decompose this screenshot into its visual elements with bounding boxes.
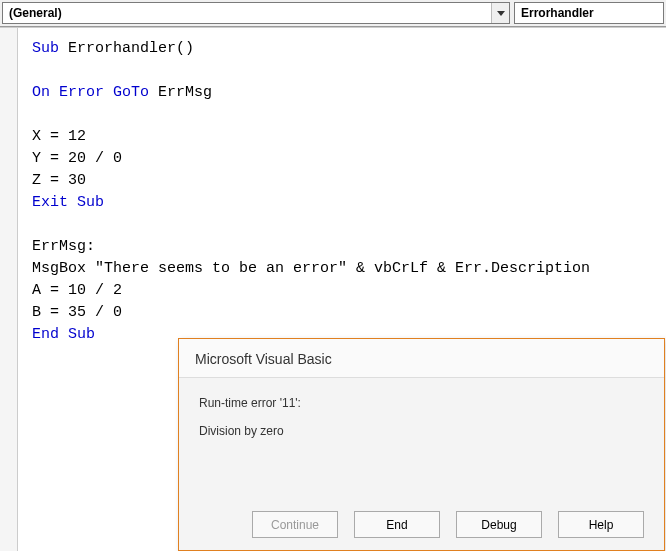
code-text: A = 10 / 2 — [32, 282, 122, 299]
code-text: MsgBox "There seems to be an error" & vb… — [32, 260, 590, 277]
keyword: Sub — [32, 40, 59, 57]
error-description: Division by zero — [199, 420, 644, 442]
error-dialog: Microsoft Visual Basic Run-time error '1… — [178, 338, 665, 551]
procedure-dropdown-text: Errorhandler — [521, 6, 663, 20]
code-text: Errorhandler() — [59, 40, 194, 57]
object-dropdown-text: (General) — [9, 6, 491, 20]
code-text: X = 12 — [32, 128, 86, 145]
help-button[interactable]: Help — [558, 511, 644, 538]
code-text: ErrMsg: — [32, 238, 95, 255]
end-button[interactable]: End — [354, 511, 440, 538]
dropdown-arrow-icon — [491, 3, 509, 23]
object-dropdown[interactable]: (General) — [2, 2, 510, 24]
debug-button[interactable]: Debug — [456, 511, 542, 538]
code-text: Z = 30 — [32, 172, 86, 189]
code-text: B = 35 / 0 — [32, 304, 122, 321]
error-code-line: Run-time error '11': — [199, 392, 644, 414]
code-text: ErrMsg — [149, 84, 212, 101]
keyword: End Sub — [32, 326, 95, 343]
dialog-button-row: Continue End Debug Help — [252, 511, 644, 538]
keyword: Exit Sub — [32, 194, 104, 211]
dialog-title: Microsoft Visual Basic — [179, 339, 664, 378]
keyword: On Error GoTo — [32, 84, 149, 101]
margin-gutter — [0, 28, 18, 551]
code-text: Y = 20 / 0 — [32, 150, 122, 167]
toolbar: (General) Errorhandler — [0, 0, 666, 27]
dialog-body: Run-time error '11': Division by zero — [179, 378, 664, 456]
procedure-dropdown[interactable]: Errorhandler — [514, 2, 664, 24]
continue-button: Continue — [252, 511, 338, 538]
